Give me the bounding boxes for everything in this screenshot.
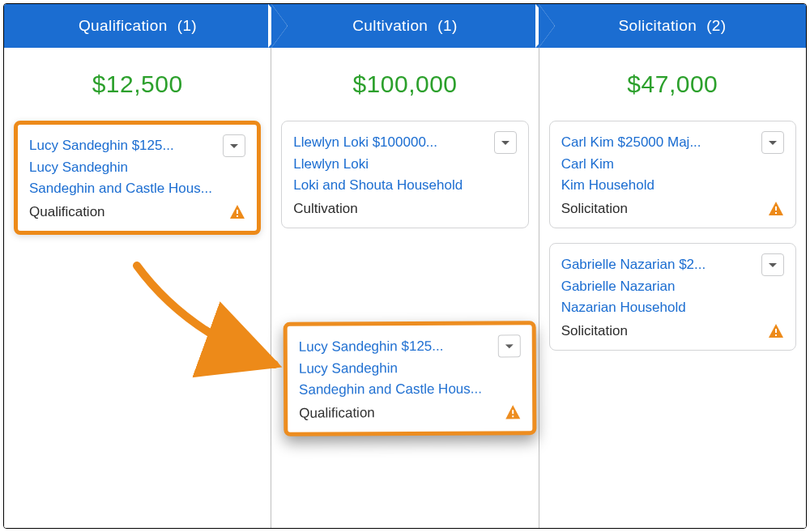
column-amount: $100,000: [281, 70, 528, 98]
card-title[interactable]: Gabrielle Nazarian $2...: [561, 254, 761, 275]
stage-header-qualification[interactable]: Qualification (1): [4, 4, 271, 48]
card-menu-button[interactable]: [494, 131, 517, 154]
card-stage: Solicitation: [561, 198, 628, 219]
svg-rect-0: [237, 210, 238, 214]
stage-label: Solicitation: [618, 17, 697, 35]
stage-header-solicitation[interactable]: Solicitation (2): [539, 4, 806, 48]
column-amount: $47,000: [549, 70, 796, 98]
chevron-down-icon: [768, 132, 778, 153]
svg-rect-7: [512, 415, 514, 417]
svg-rect-1: [237, 215, 238, 217]
card-title[interactable]: Carl Kim $25000 Maj...: [561, 132, 761, 153]
opportunity-card[interactable]: Llewlyn Loki $100000... Llewlyn Loki Lok…: [281, 121, 528, 228]
card-household[interactable]: Nazarian Household: [561, 297, 784, 318]
stage-count: (2): [706, 17, 726, 35]
card-contact[interactable]: Lucy Sandeghin: [29, 157, 245, 178]
opportunity-card[interactable]: Lucy Sandeghin $125... Lucy Sandeghin Sa…: [14, 121, 261, 235]
svg-rect-5: [775, 334, 777, 336]
svg-rect-4: [775, 329, 777, 333]
card-menu-button[interactable]: [498, 334, 521, 357]
card-menu-button[interactable]: [761, 131, 784, 154]
warning-icon: [505, 404, 521, 420]
chevron-down-icon: [768, 254, 778, 275]
card-menu-button[interactable]: [223, 134, 245, 157]
opportunity-card[interactable]: Gabrielle Nazarian $2... Gabrielle Nazar…: [549, 243, 796, 351]
card-stage: Cultivation: [293, 198, 357, 219]
card-contact[interactable]: Llewlyn Loki: [293, 154, 516, 175]
column-solicitation: $47,000 Carl Kim $25000 Maj... Carl Kim …: [539, 48, 806, 528]
card-household[interactable]: Loki and Shouta Household: [293, 175, 516, 196]
card-stage: Qualification: [29, 202, 105, 223]
warning-icon: [768, 201, 784, 217]
stage-label: Cultivation: [352, 17, 428, 35]
stage-header-cultivation[interactable]: Cultivation (1): [271, 4, 539, 48]
stage-count: (1): [177, 17, 197, 35]
card-contact[interactable]: Carl Kim: [561, 154, 784, 175]
column-qualification: $12,500 Lucy Sandeghin $125... Lucy Sand…: [4, 48, 271, 528]
card-contact[interactable]: Lucy Sandeghin: [299, 357, 521, 380]
chevron-down-icon: [505, 335, 514, 356]
stage-columns: $12,500 Lucy Sandeghin $125... Lucy Sand…: [4, 48, 806, 528]
column-cultivation: $100,000 Llewlyn Loki $100000... Llewlyn…: [271, 48, 539, 528]
card-menu-button[interactable]: [761, 253, 784, 276]
card-title[interactable]: Llewlyn Loki $100000...: [293, 132, 493, 153]
warning-icon: [229, 204, 245, 220]
svg-rect-3: [775, 212, 777, 214]
card-household[interactable]: Kim Household: [561, 175, 784, 196]
opportunity-card[interactable]: Carl Kim $25000 Maj... Carl Kim Kim Hous…: [549, 121, 796, 228]
stage-count: (1): [437, 17, 457, 35]
card-stage: Qualification: [299, 402, 375, 424]
card-title[interactable]: Lucy Sandeghin $125...: [299, 335, 498, 358]
chevron-down-icon: [501, 132, 510, 153]
card-title[interactable]: Lucy Sandeghin $125...: [29, 135, 223, 156]
card-stage: Solicitation: [561, 321, 628, 342]
column-amount: $12,500: [14, 70, 261, 98]
svg-rect-2: [775, 206, 777, 211]
card-household[interactable]: Sandeghin and Castle Hous...: [29, 178, 245, 199]
kanban-board: Qualification (1) Cultivation (1) Solici…: [3, 3, 807, 529]
card-contact[interactable]: Gabrielle Nazarian: [561, 276, 784, 297]
card-household[interactable]: Sandeghin and Castle Hous...: [299, 379, 521, 402]
stage-headers: Qualification (1) Cultivation (1) Solici…: [4, 4, 806, 48]
svg-rect-6: [512, 410, 514, 414]
chevron-down-icon: [229, 135, 239, 156]
opportunity-card-dragging[interactable]: Lucy Sandeghin $125... Lucy Sandeghin Sa…: [284, 321, 537, 436]
stage-label: Qualification: [79, 17, 168, 35]
warning-icon: [768, 323, 784, 339]
